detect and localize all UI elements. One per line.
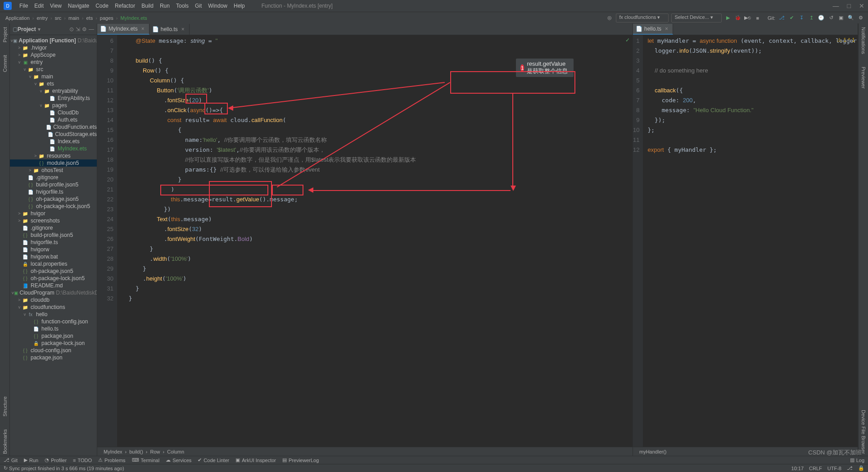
caret-position[interactable]: 10:17 xyxy=(791,466,804,471)
tab-bookmarks[interactable]: Bookmarks xyxy=(1,427,9,456)
tree-item[interactable]: 📄hvigorfile.ts xyxy=(10,188,97,195)
tree-item[interactable]: v▣CloudProgram D:\BaiduNetdiskDow xyxy=(10,289,97,296)
select-file-icon[interactable]: ⊙ xyxy=(69,26,74,32)
git-revert-icon[interactable]: ↺ xyxy=(827,14,835,22)
tree-item[interactable]: 📄EntryAbility.ts xyxy=(10,95,97,102)
bottom-previewerlog[interactable]: ▤ PreviewerLog xyxy=(282,457,319,463)
crumb-pages[interactable]: pages xyxy=(98,15,115,21)
menu-view[interactable]: View xyxy=(47,3,65,9)
tree-item[interactable]: 📄hvigorw.bat xyxy=(10,253,97,260)
tree-item[interactable]: { }module.json5 xyxy=(10,159,97,167)
tree-item[interactable]: { }function-config.json xyxy=(10,318,97,325)
menu-window[interactable]: Window xyxy=(205,3,231,9)
tree-item[interactable]: 📄CloudStorage.ets xyxy=(10,131,97,138)
tree-item[interactable]: vfxhello xyxy=(10,311,97,318)
tree-item[interactable]: { }build-profile.json5 xyxy=(10,181,97,188)
tree-item[interactable]: 📄hello.ts xyxy=(10,325,97,332)
close-button[interactable]: ✕ xyxy=(859,2,864,9)
menu-code[interactable]: Code xyxy=(92,3,112,9)
tab-commit[interactable]: Commit xyxy=(1,53,9,74)
run-button[interactable]: ▶ xyxy=(724,14,732,22)
tree-item[interactable]: v📁ets xyxy=(10,80,97,87)
menu-build[interactable]: Build xyxy=(138,3,157,9)
tree-item[interactable]: v📁cloudfunctions xyxy=(10,304,97,311)
source-editor-right[interactable]: let myHandler = async function (event, c… xyxy=(643,35,858,447)
bottom-codelinter[interactable]: ✔ Code Linter xyxy=(198,457,229,463)
device-dropdown[interactable]: Select Device... ▾ xyxy=(671,14,721,23)
tab-notifications[interactable]: Notifications xyxy=(860,25,867,56)
minimize-button[interactable]: — xyxy=(833,2,839,9)
tree-item[interactable]: 📘README.md xyxy=(10,282,97,289)
tree-item[interactable]: { }package.json xyxy=(10,332,97,340)
menu-navigate[interactable]: Navigate xyxy=(65,3,92,9)
tree-item[interactable]: v📁entryability xyxy=(10,87,97,95)
tab-myindex[interactable]: 📄MyIndex.ets× xyxy=(97,24,149,35)
crumb-file[interactable]: MyIndex.ets xyxy=(119,15,149,21)
settings-icon[interactable]: ⚙ xyxy=(857,14,864,22)
git-history-icon[interactable]: 🕘 xyxy=(818,14,825,22)
menu-help[interactable]: Help xyxy=(231,3,248,9)
bottom-run[interactable]: ▶ Run xyxy=(24,457,38,463)
target-icon[interactable]: ◎ xyxy=(606,14,613,22)
bottom-todo[interactable]: ≡ TODO xyxy=(73,458,92,463)
tree-item[interactable]: >📁AppScope xyxy=(10,51,97,59)
expand-icon[interactable]: ⇲ xyxy=(76,26,80,32)
tab-structure[interactable]: Structure xyxy=(1,395,9,418)
branch-indicator[interactable]: ⎇ xyxy=(847,465,853,471)
tree-item[interactable]: v📁pages xyxy=(10,102,97,109)
readonly-lock-icon[interactable]: 🔒 xyxy=(858,465,864,471)
tree-item[interactable]: 📄CloudDb xyxy=(10,109,97,116)
attach-button[interactable]: ▶⎋ xyxy=(744,14,751,22)
tree-item[interactable]: { }cloud-config.json xyxy=(10,347,97,354)
tree-item[interactable]: { }build-profile.json5 xyxy=(10,231,97,239)
tree-item[interactable]: >📁clouddb xyxy=(10,296,97,304)
tree-item[interactable]: >📁resources xyxy=(10,152,97,159)
tree-item[interactable]: 🔒local.properties xyxy=(10,260,97,268)
menu-refactor[interactable]: Refactor xyxy=(112,3,138,9)
tree-item[interactable]: 📄hvigorfile.ts xyxy=(10,239,97,246)
tree-item[interactable]: { }oh-package-lock.json5 xyxy=(10,275,97,282)
tree-item[interactable]: { }oh-package-lock.json5 xyxy=(10,203,97,210)
git-push-icon[interactable]: ↥ xyxy=(808,14,815,22)
crumb-src[interactable]: src xyxy=(53,15,63,21)
tab-hello-left[interactable]: 📄hello.ts× xyxy=(149,24,190,35)
line-sep[interactable]: CRLF xyxy=(809,466,822,471)
tree-item[interactable]: >📁screenshots xyxy=(10,217,97,224)
crumb-main[interactable]: main xyxy=(67,15,81,21)
maximize-button[interactable]: □ xyxy=(847,2,851,9)
tree-item[interactable]: 📄.gitignore xyxy=(10,174,97,181)
tree-item[interactable]: { }oh-package.json5 xyxy=(10,195,97,203)
tree-item[interactable]: >📁hvigor xyxy=(10,210,97,217)
tree-item[interactable]: 🔒package-lock.json xyxy=(10,340,97,347)
tree-item[interactable]: 📄CloudFunction.ets xyxy=(10,123,97,131)
tab-previewer[interactable]: Previewer xyxy=(860,65,867,91)
tree-item[interactable]: 📄Index.ets xyxy=(10,138,97,145)
crumb-app[interactable]: Application xyxy=(4,15,32,21)
menu-edit[interactable]: Edit xyxy=(31,3,47,9)
bottom-profiler[interactable]: ◔ Profiler xyxy=(45,457,67,463)
tree-item[interactable]: 📄MyIndex.ets xyxy=(10,145,97,152)
runconfig-dropdown[interactable]: fx cloudfunctions ▾ xyxy=(616,14,669,23)
close-icon[interactable]: × xyxy=(181,26,185,32)
crumb-entry[interactable]: entry xyxy=(35,15,50,21)
tree-item[interactable]: 📄Auth.ets xyxy=(10,116,97,123)
tab-project[interactable]: Project xyxy=(1,25,9,44)
bottom-git[interactable]: ⎇ Git xyxy=(4,457,18,463)
bottom-arkui[interactable]: ▣ ArkUI Inspector xyxy=(235,457,276,463)
crumb-ets[interactable]: ets xyxy=(85,15,95,21)
code-with-me-icon[interactable]: ▣ xyxy=(837,14,845,22)
tree-item[interactable]: { }package.json xyxy=(10,354,97,361)
bottom-log[interactable]: ▥ Log xyxy=(850,457,864,463)
source-editor-left[interactable]: @State message: string = '' build() { Ro… xyxy=(117,35,633,447)
tree-item[interactable]: 📄hvigorw xyxy=(10,246,97,253)
tab-hello-right[interactable]: 📄hello.ts× xyxy=(633,24,673,35)
tree-item[interactable]: v▣entry xyxy=(10,59,97,66)
close-icon[interactable]: × xyxy=(141,26,145,32)
tree-item[interactable]: { }oh-package.json5 xyxy=(10,268,97,275)
git-update-icon[interactable]: ↧ xyxy=(798,14,805,22)
tab-device-browser[interactable]: Device File Browser xyxy=(860,408,867,456)
debug-button[interactable]: 🐞 xyxy=(734,14,741,22)
git-branch-icon[interactable]: ⎇ xyxy=(778,14,785,22)
encoding[interactable]: UTF-8 xyxy=(827,466,841,471)
bottom-terminal[interactable]: ⌨ Terminal xyxy=(132,457,160,463)
